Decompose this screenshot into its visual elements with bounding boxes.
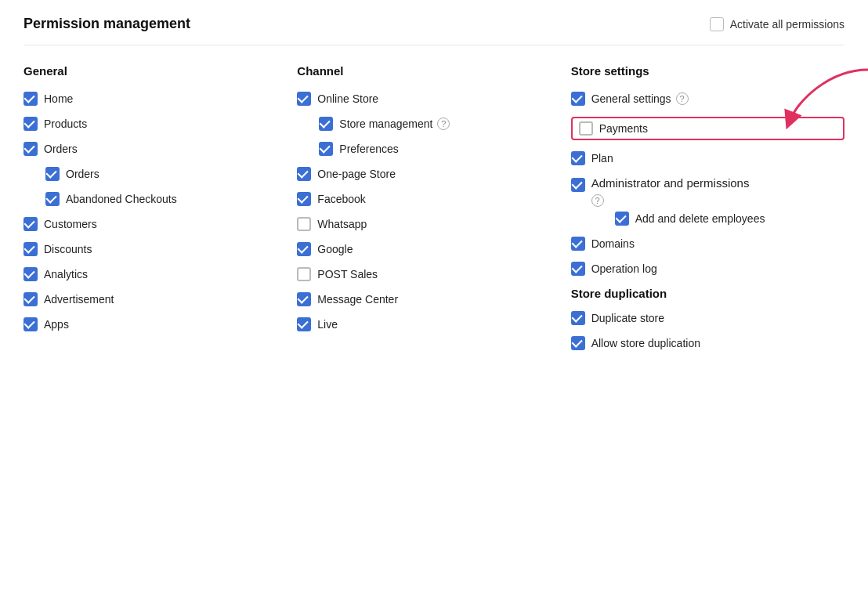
perm-customers-checkbox[interactable] bbox=[24, 217, 38, 231]
perm-home-checkbox[interactable] bbox=[24, 92, 38, 106]
perm-general-settings-checkbox[interactable] bbox=[571, 92, 585, 106]
perm-message-center-checkbox[interactable] bbox=[297, 292, 311, 306]
perm-duplicate-store-checkbox[interactable] bbox=[571, 311, 585, 325]
perm-orders-sub[interactable]: Orders bbox=[24, 167, 297, 181]
perm-operation-log-label: Operation log bbox=[591, 262, 657, 275]
perm-abandoned-checkouts[interactable]: Abandoned Checkouts bbox=[24, 192, 297, 206]
perm-plan-checkbox[interactable] bbox=[571, 151, 585, 165]
perm-analytics-label: Analytics bbox=[44, 268, 88, 280]
perm-whatsapp[interactable]: Whatsapp bbox=[297, 217, 570, 231]
perm-operation-log-checkbox[interactable] bbox=[571, 262, 585, 276]
perm-products[interactable]: Products bbox=[24, 117, 297, 131]
perm-payments-checkbox[interactable] bbox=[579, 121, 593, 136]
store-settings-column: Store settings General settings ? bbox=[571, 64, 844, 361]
perm-facebook-label: Facebook bbox=[317, 193, 365, 205]
perm-apps-label: Apps bbox=[44, 318, 69, 331]
perm-admin-permissions-label: Administrator and permissions bbox=[591, 176, 750, 190]
perm-admin-permissions-row[interactable]: Administrator and permissions ? bbox=[571, 176, 844, 207]
perm-live[interactable]: Live bbox=[297, 317, 570, 331]
perm-orders-sub-label: Orders bbox=[66, 168, 99, 180]
perm-home[interactable]: Home bbox=[24, 92, 297, 106]
perm-facebook[interactable]: Facebook bbox=[297, 192, 570, 206]
perm-admin-permissions-label-block: Administrator and permissions ? bbox=[591, 176, 750, 207]
perm-one-page-store[interactable]: One-page Store bbox=[297, 167, 570, 181]
perm-add-delete-employees[interactable]: Add and delete employees bbox=[571, 212, 844, 226]
perm-store-management-checkbox[interactable] bbox=[319, 117, 333, 131]
perm-products-checkbox[interactable] bbox=[24, 117, 38, 131]
perm-preferences[interactable]: Preferences bbox=[297, 142, 570, 156]
perm-analytics-checkbox[interactable] bbox=[24, 267, 38, 281]
perm-live-label: Live bbox=[317, 318, 338, 331]
perm-post-sales-checkbox[interactable] bbox=[297, 267, 311, 281]
store-management-help-icon[interactable]: ? bbox=[437, 118, 450, 130]
perm-customers[interactable]: Customers bbox=[24, 217, 297, 231]
perm-allow-store-duplication[interactable]: Allow store duplication bbox=[571, 336, 844, 350]
perm-discounts-checkbox[interactable] bbox=[24, 242, 38, 256]
perm-google-checkbox[interactable] bbox=[297, 242, 311, 256]
perm-one-page-store-label: One-page Store bbox=[317, 168, 396, 180]
perm-preferences-checkbox[interactable] bbox=[319, 142, 333, 156]
general-settings-help-icon[interactable]: ? bbox=[676, 92, 689, 105]
perm-analytics[interactable]: Analytics bbox=[24, 267, 297, 281]
perm-whatsapp-checkbox[interactable] bbox=[297, 217, 311, 231]
general-column: General Home Products Orders Orders bbox=[24, 64, 297, 361]
channel-column: Channel Online Store Store management ? … bbox=[297, 64, 570, 361]
perm-domains-label: Domains bbox=[591, 237, 635, 250]
perm-admin-permissions-label-line: Administrator and permissions bbox=[591, 176, 750, 190]
general-header: General bbox=[24, 64, 297, 78]
store-settings-header: Store settings bbox=[571, 64, 844, 78]
perm-discounts[interactable]: Discounts bbox=[24, 242, 297, 256]
perm-allow-store-duplication-label: Allow store duplication bbox=[591, 337, 700, 349]
perm-post-sales-label: POST Sales bbox=[317, 268, 378, 280]
perm-admin-permissions-checkbox[interactable] bbox=[571, 178, 585, 192]
perm-payments-highlighted[interactable]: Payments bbox=[571, 117, 844, 140]
perm-store-management[interactable]: Store management ? bbox=[297, 117, 570, 131]
perm-online-store-checkbox[interactable] bbox=[297, 92, 311, 106]
perm-home-label: Home bbox=[44, 92, 73, 105]
perm-orders[interactable]: Orders bbox=[24, 142, 297, 156]
perm-google[interactable]: Google bbox=[297, 242, 570, 256]
perm-add-delete-employees-checkbox[interactable] bbox=[615, 212, 629, 226]
perm-operation-log[interactable]: Operation log bbox=[571, 262, 844, 276]
perm-admin-help-row: ? bbox=[591, 193, 750, 207]
page-title: Permission management bbox=[24, 16, 190, 32]
activate-all-checkbox[interactable] bbox=[710, 17, 724, 31]
perm-plan[interactable]: Plan bbox=[571, 151, 844, 165]
perm-store-management-label: Store management ? bbox=[339, 118, 450, 130]
perm-general-settings[interactable]: General settings ? bbox=[571, 92, 844, 106]
perm-preferences-label: Preferences bbox=[339, 143, 398, 155]
perm-apps-checkbox[interactable] bbox=[24, 317, 38, 331]
perm-orders-checkbox[interactable] bbox=[24, 142, 38, 156]
perm-apps[interactable]: Apps bbox=[24, 317, 297, 331]
perm-duplicate-store[interactable]: Duplicate store bbox=[571, 311, 844, 325]
permission-management-container: Permission management Activate all permi… bbox=[0, 0, 868, 597]
perm-post-sales[interactable]: POST Sales bbox=[297, 267, 570, 281]
perm-abandoned-checkouts-label: Abandoned Checkouts bbox=[66, 193, 177, 205]
perm-message-center-label: Message Center bbox=[317, 293, 398, 306]
admin-permissions-help-icon[interactable]: ? bbox=[591, 194, 604, 207]
perm-live-checkbox[interactable] bbox=[297, 317, 311, 331]
perm-whatsapp-label: Whatsapp bbox=[317, 218, 367, 230]
perm-products-label: Products bbox=[44, 118, 87, 130]
perm-domains[interactable]: Domains bbox=[571, 237, 844, 251]
perm-one-page-store-checkbox[interactable] bbox=[297, 167, 311, 181]
perm-abandoned-checkouts-checkbox[interactable] bbox=[45, 192, 60, 206]
perm-payments-label: Payments bbox=[599, 122, 648, 135]
page-header: Permission management Activate all permi… bbox=[0, 0, 868, 45]
perm-orders-sub-checkbox[interactable] bbox=[45, 167, 60, 181]
perm-duplicate-store-label: Duplicate store bbox=[591, 312, 664, 324]
perm-allow-store-duplication-checkbox[interactable] bbox=[571, 336, 585, 350]
activate-all-section: Activate all permissions bbox=[710, 17, 844, 31]
perm-general-settings-label: General settings ? bbox=[591, 92, 689, 105]
channel-header: Channel bbox=[297, 64, 570, 78]
perm-domains-checkbox[interactable] bbox=[571, 237, 585, 251]
perm-advertisement-checkbox[interactable] bbox=[24, 292, 38, 306]
activate-all-label: Activate all permissions bbox=[730, 18, 844, 31]
perm-advertisement[interactable]: Advertisement bbox=[24, 292, 297, 306]
perm-facebook-checkbox[interactable] bbox=[297, 192, 311, 206]
perm-orders-label: Orders bbox=[44, 143, 78, 155]
perm-admin-permissions-block: Administrator and permissions ? Add and … bbox=[571, 176, 844, 226]
perm-message-center[interactable]: Message Center bbox=[297, 292, 570, 306]
perm-online-store[interactable]: Online Store bbox=[297, 92, 570, 106]
perm-customers-label: Customers bbox=[44, 218, 97, 230]
